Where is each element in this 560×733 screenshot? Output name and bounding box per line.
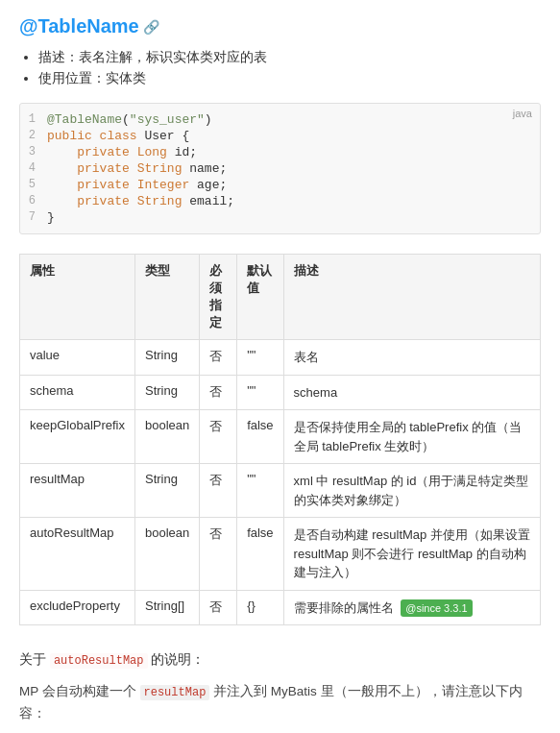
cell-attr: keepGlobalPrefix: [20, 410, 135, 464]
cell-attr: excludeProperty: [20, 590, 135, 625]
since-badge: @since 3.3.1: [401, 599, 472, 618]
cell-type: String: [135, 464, 200, 518]
link-icon: 🔗: [143, 19, 159, 35]
cell-type: boolean: [135, 518, 200, 591]
code-line-2: 2 public class User {: [20, 128, 540, 144]
cell-type: String[]: [135, 590, 200, 625]
cell-default: "": [237, 375, 283, 410]
attr-table: 属性 类型 必须指定 默认值 描述 value String 否 "" 表名 s…: [19, 254, 541, 625]
cell-desc: schema: [283, 375, 540, 410]
cell-desc: 是否自动构建 resultMap 并使用（如果设置 resultMap 则不会进…: [283, 518, 540, 591]
table-row: resultMap String 否 "" xml 中 resultMap 的 …: [20, 464, 541, 518]
th-default: 默认值: [237, 255, 283, 340]
cell-default: "": [237, 340, 283, 376]
cell-desc: 需要排除的属性名 @since 3.3.1: [283, 590, 540, 625]
cell-desc: 是否保持使用全局的 tablePrefix 的值（当全局 tablePrefix…: [283, 410, 540, 464]
table-row: schema String 否 "" schema: [20, 375, 541, 410]
cell-default: false: [237, 518, 283, 591]
cell-default: {}: [237, 590, 283, 625]
cell-type: String: [135, 340, 200, 376]
cell-attr: autoResultMap: [20, 518, 135, 591]
meta-list: 描述：表名注解，标识实体类对应的表 使用位置：实体类: [19, 49, 541, 87]
cell-type: String: [135, 375, 200, 410]
table-row: value String 否 "" 表名: [20, 340, 541, 376]
th-required: 必须指定: [200, 255, 237, 340]
cell-required: 否: [200, 340, 237, 376]
cell-required: 否: [200, 518, 237, 591]
cell-default: false: [237, 410, 283, 464]
code-block: java 1 @TableName("sys_user") 2 public c…: [19, 103, 541, 234]
meta-item-desc: 描述：表名注解，标识实体类对应的表: [38, 49, 541, 66]
cell-attr: value: [20, 340, 135, 376]
cell-required: 否: [200, 464, 237, 518]
cell-default: "": [237, 464, 283, 518]
code-line-1: 1 @TableName("sys_user"): [20, 111, 540, 128]
meta-section: 描述：表名注解，标识实体类对应的表 使用位置：实体类: [19, 49, 541, 87]
page-title: @TableName 🔗: [19, 15, 541, 37]
code-lines: 1 @TableName("sys_user") 2 public class …: [20, 104, 540, 233]
notes-section: 关于 autoResultMap 的说明： MP 会自动构建一个 resultM…: [19, 648, 541, 733]
th-attr: 属性: [20, 255, 135, 340]
notes-para-1: MP 会自动构建一个 resultMap 并注入到 MyBatis 里（一般用不…: [19, 681, 541, 725]
code-lang-label: java: [513, 108, 532, 119]
th-desc: 描述: [283, 255, 540, 340]
cell-desc: xml 中 resultMap 的 id（用于满足特定类型的实体类对象绑定）: [283, 464, 540, 518]
cell-type: boolean: [135, 410, 200, 464]
code-line-7: 7 }: [20, 209, 540, 226]
table-row: excludeProperty String[] 否 {} 需要排除的属性名 @…: [20, 590, 541, 625]
cell-required: 否: [200, 410, 237, 464]
cell-desc: 表名: [283, 340, 540, 376]
meta-item-location: 使用位置：实体类: [38, 70, 541, 87]
cell-required: 否: [200, 590, 237, 625]
cell-attr: schema: [20, 375, 135, 410]
code-line-5: 5 private Integer age;: [20, 177, 540, 193]
code-line-6: 6 private String email;: [20, 193, 540, 209]
code-line-4: 4 private String name;: [20, 160, 540, 177]
cell-required: 否: [200, 375, 237, 410]
table-row: autoResultMap boolean 否 false 是否自动构建 res…: [20, 518, 541, 591]
th-type: 类型: [135, 255, 200, 340]
code-line-3: 3 private Long id;: [20, 144, 540, 160]
notes-title: 关于 autoResultMap 的说明：: [19, 648, 541, 672]
notes-title-code: autoResultMap: [50, 653, 148, 669]
table-row: keepGlobalPrefix boolean 否 false 是否保持使用全…: [20, 410, 541, 464]
cell-attr: resultMap: [20, 464, 135, 518]
table-header-row: 属性 类型 必须指定 默认值 描述: [20, 255, 541, 340]
